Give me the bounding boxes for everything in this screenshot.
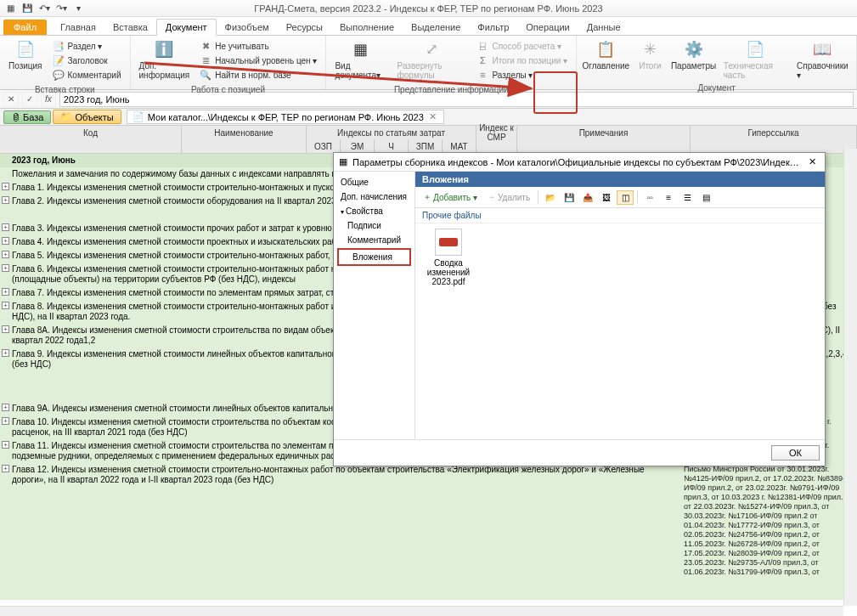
- plus-icon: ＋: [423, 191, 431, 203]
- th-em: ЭМ: [341, 139, 375, 153]
- sidebar-item-attachments[interactable]: Вложения: [337, 248, 411, 266]
- add-button[interactable]: ＋Добавить ▾: [419, 189, 482, 206]
- parameters-button[interactable]: ⚙️Параметры: [668, 37, 718, 72]
- sidebar-item-general[interactable]: Общие: [334, 175, 414, 189]
- export-button[interactable]: 📤: [579, 190, 596, 205]
- expand-icon[interactable]: +: [2, 237, 9, 245]
- files-area[interactable]: Сводка изменений 2023.pdf: [415, 223, 825, 439]
- view-details-button[interactable]: ☰: [679, 190, 696, 205]
- sections-icon: ≡: [476, 69, 488, 81]
- sidebar-item-properties[interactable]: Свойства: [334, 204, 414, 218]
- list-icon: ≡: [666, 193, 671, 202]
- expand-icon[interactable]: +: [2, 183, 9, 190]
- ribbon: 📄Позиция 📑Раздел ▾ 📝Заголовок 💬Комментар…: [0, 36, 857, 90]
- table-header: Код Наименование Индексы по статьям затр…: [0, 126, 857, 154]
- expand-icon[interactable]: +: [2, 417, 9, 425]
- tab-physvol[interactable]: Физобъем: [217, 20, 278, 35]
- ok-button[interactable]: ОК: [771, 445, 820, 461]
- close-tab-button[interactable]: ✕: [427, 111, 438, 122]
- smallicons-icon: ▫▫: [647, 193, 653, 202]
- doc-icon: 📄: [132, 111, 144, 122]
- vertical-scrollbar[interactable]: [843, 149, 857, 606]
- sidebar-item-signatures[interactable]: Подписи: [334, 218, 414, 233]
- expand-formulas-button[interactable]: ⤢Развернуть формулы: [392, 37, 472, 82]
- th-note: Примечания: [517, 126, 691, 139]
- tab-selection[interactable]: Выделение: [403, 20, 469, 35]
- attachments-toolbar: ＋Добавить ▾ －Удалить 📂 💾 📤 🖼 ◫ ▫▫ ≡ ☰ ▤: [415, 187, 825, 208]
- app-title: ГРАНД-Смета, версия 2023.2 - Индексы к Ф…: [254, 3, 602, 14]
- qat-more-icon[interactable]: ▾: [71, 2, 85, 15]
- expand-icon[interactable]: +: [2, 251, 9, 258]
- pricelevel-button[interactable]: ≣Начальный уровень цен ▾: [196, 54, 320, 67]
- view-list-button[interactable]: ≡: [660, 190, 677, 205]
- techpart-button[interactable]: 📄Техническая часть: [719, 37, 792, 82]
- tiles-icon: ▤: [702, 193, 710, 202]
- expand-icon[interactable]: +: [2, 264, 9, 272]
- tab-filter[interactable]: Фильтр: [469, 20, 517, 35]
- totals-button[interactable]: ✳Итоги: [631, 37, 668, 72]
- table-row[interactable]: +Глава 12. Индексы изменения сметной сто…: [0, 463, 857, 579]
- section-icon: 📑: [53, 40, 65, 52]
- delete-button[interactable]: －Удалить: [483, 189, 534, 206]
- base-button[interactable]: 🛢База: [3, 110, 51, 124]
- expand-icon[interactable]: +: [2, 349, 9, 357]
- group-position-work: Работа с позицией: [131, 85, 326, 96]
- tab-operations[interactable]: Операции: [517, 20, 578, 35]
- ignore-button[interactable]: ✖Не учитывать: [196, 39, 320, 53]
- dopinfo-button[interactable]: ℹ️Доп. информация: [134, 37, 195, 82]
- preview-button[interactable]: 🖼: [598, 190, 615, 205]
- save-icon[interactable]: 💾: [20, 2, 34, 15]
- sidebar-item-comment[interactable]: Комментарий: [334, 233, 414, 247]
- panel-header: Вложения: [415, 172, 825, 187]
- tab-data[interactable]: Данные: [578, 20, 629, 35]
- expand-icon[interactable]: +: [2, 404, 9, 411]
- redo-icon[interactable]: ↷▾: [54, 2, 68, 15]
- grid-icon: ▦: [351, 39, 371, 59]
- position-button[interactable]: 📄Позиция: [3, 37, 48, 72]
- header-button[interactable]: 📝Заголовок: [49, 54, 125, 67]
- view-tiles-button[interactable]: ▤: [697, 190, 714, 205]
- pdf-icon: [435, 229, 462, 256]
- docview-button[interactable]: ▦Вид документа▾: [330, 37, 392, 82]
- open-ext-button[interactable]: 📂: [542, 190, 559, 205]
- expand-icon[interactable]: +: [2, 288, 9, 296]
- icons-view-button[interactable]: ◫: [617, 190, 634, 205]
- tab-insert[interactable]: Вставка: [104, 20, 156, 35]
- largeicons-icon: ◫: [622, 193, 629, 202]
- tab-document[interactable]: Документ: [156, 19, 217, 36]
- horizontal-scrollbar[interactable]: [0, 606, 843, 616]
- toc-icon: 📋: [595, 39, 616, 59]
- tab-execution[interactable]: Выполнение: [331, 20, 403, 35]
- th-smr: Индекс к СМР: [476, 126, 517, 139]
- th-mat: МАТ: [443, 139, 476, 153]
- tab-home[interactable]: Главная: [52, 20, 104, 35]
- th-name: Наименование: [182, 126, 307, 139]
- tab-resources[interactable]: Ресурсы: [278, 20, 331, 35]
- sidebar-item-addcharges[interactable]: Доп. начисления: [334, 189, 414, 204]
- sections-button[interactable]: ≡Разделы ▾: [473, 68, 571, 82]
- calcmethod-button[interactable]: ⌸Способ расчета ▾: [473, 39, 571, 53]
- expand-icon[interactable]: +: [2, 302, 9, 309]
- toc-button[interactable]: 📋Оглавление: [580, 37, 631, 72]
- close-icon[interactable]: ✕: [805, 156, 820, 167]
- expand-icon[interactable]: +: [2, 223, 9, 231]
- undo-icon[interactable]: ↶▾: [37, 2, 51, 15]
- cross-icon: ✖: [200, 40, 211, 52]
- section-button[interactable]: 📑Раздел ▾: [49, 39, 125, 53]
- level-icon: ≣: [200, 54, 211, 66]
- file-tab[interactable]: Файл: [3, 20, 47, 35]
- save-attach-button[interactable]: 💾: [561, 190, 578, 205]
- expand-icon[interactable]: +: [2, 465, 9, 472]
- expand-icon[interactable]: +: [2, 196, 9, 204]
- info-icon: ℹ️: [154, 39, 174, 59]
- positiontotals-button[interactable]: ΣИтоги по позиции ▾: [473, 54, 571, 67]
- reference-button[interactable]: 📖Справочники ▾: [792, 37, 853, 82]
- pdf-file-item[interactable]: Сводка изменений 2023.pdf: [420, 229, 476, 286]
- document-tab[interactable]: 📄 Мои каталог...\Индексы к ФЕР, ТЕР по р…: [127, 110, 444, 124]
- findnorm-button[interactable]: 🔍Найти в норм. базе: [196, 68, 320, 82]
- expand-icon[interactable]: +: [2, 325, 9, 333]
- view-small-button[interactable]: ▫▫: [641, 190, 658, 205]
- comment-button[interactable]: 💬Комментарий: [49, 68, 125, 82]
- objects-button[interactable]: 📁Объекты: [53, 110, 121, 124]
- expand-icon[interactable]: +: [2, 441, 9, 449]
